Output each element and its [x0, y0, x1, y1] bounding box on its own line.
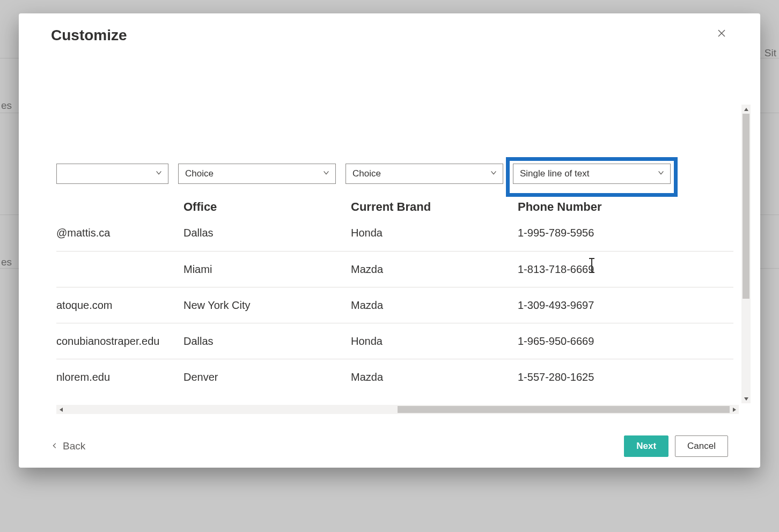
cell-phone: 1-995-789-5956: [518, 215, 668, 251]
close-button[interactable]: [715, 27, 728, 42]
table-header-brand: Current Brand: [351, 185, 503, 214]
cell-phone: 1-965-950-6669: [518, 323, 668, 359]
scroll-left-arrow-icon[interactable]: [56, 405, 65, 414]
bg-partial-text-left-2: es: [1, 256, 12, 268]
cell-brand: Mazda: [351, 252, 501, 287]
cell-phone: 1-557-280-1625: [518, 359, 668, 395]
cell-email: @mattis.ca: [56, 215, 174, 251]
column-type-select-2[interactable]: Choice: [178, 164, 336, 184]
bg-partial-text-right: Sit: [765, 47, 776, 59]
cell-email: nlorem.edu: [56, 359, 174, 395]
table-row: atoque.com New York City Mazda 1-309-493…: [56, 287, 733, 323]
modal-title: Customize: [51, 27, 127, 44]
cell-brand: Mazda: [351, 359, 501, 395]
svg-marker-4: [60, 408, 63, 412]
back-label: Back: [63, 440, 85, 452]
table-row: @mattis.ca Dallas Honda 1-995-789-5956: [56, 215, 733, 251]
table-header-email: [56, 185, 168, 200]
table-headers-row: Office Current Brand Phone Number: [19, 185, 760, 213]
modal-body: Choice Choice Single line of text: [19, 56, 760, 425]
cell-office: Miami: [183, 252, 334, 287]
customize-modal: Customize Choice: [19, 13, 760, 468]
column-type-select-1[interactable]: [56, 164, 168, 184]
table-header-phone: Phone Number: [518, 185, 670, 214]
scrollbar-thumb[interactable]: [743, 114, 749, 299]
select-value: Choice: [352, 168, 381, 179]
table-row: nlorem.edu Denver Mazda 1-557-280-1625: [56, 359, 733, 395]
cell-brand: Honda: [351, 323, 501, 359]
horizontal-scrollbar[interactable]: [56, 405, 739, 414]
column-type-select-3[interactable]: Choice: [346, 164, 503, 184]
chevron-down-icon: [657, 168, 665, 179]
select-value: Single line of text: [520, 168, 589, 179]
scroll-down-arrow-icon[interactable]: [741, 394, 751, 403]
modal-footer: Back Next Cancel: [19, 425, 760, 468]
select-value: Choice: [185, 168, 214, 179]
close-icon: [717, 29, 726, 40]
cell-phone: 1-813-718-6669: [518, 252, 668, 287]
cell-brand: Honda: [351, 215, 501, 251]
cell-email: conubianostraper.edu: [56, 323, 174, 359]
cell-brand: Mazda: [351, 287, 501, 323]
scrollbar-thumb[interactable]: [398, 406, 730, 413]
chevron-down-icon: [490, 168, 497, 179]
cell-office: Dallas: [183, 215, 334, 251]
table-row: Miami Mazda 1-813-718-6669: [56, 251, 733, 287]
column-type-selectors-row: Choice Choice Single line of text: [19, 164, 760, 185]
chevron-left-icon: [51, 440, 58, 452]
cell-email: atoque.com: [56, 287, 174, 323]
cancel-button[interactable]: Cancel: [675, 435, 728, 457]
cell-office: Denver: [183, 359, 334, 395]
table-row: conubianostraper.edu Dallas Honda 1-965-…: [56, 323, 733, 359]
chevron-down-icon: [155, 168, 163, 179]
vertical-scrollbar[interactable]: [741, 105, 751, 403]
table-header-office: Office: [183, 185, 336, 214]
data-table: @mattis.ca Dallas Honda 1-995-789-5956 M…: [56, 215, 733, 395]
svg-marker-3: [744, 397, 748, 401]
chevron-down-icon: [322, 168, 330, 179]
cell-phone: 1-309-493-9697: [518, 287, 668, 323]
footer-buttons: Next Cancel: [624, 435, 728, 457]
svg-marker-5: [733, 408, 736, 412]
scroll-right-arrow-icon[interactable]: [730, 405, 739, 414]
column-type-select-4[interactable]: Single line of text: [513, 164, 671, 184]
modal-header: Customize: [19, 13, 760, 56]
bg-partial-text-left-1: es: [1, 100, 12, 112]
cell-email: [56, 252, 174, 287]
back-button[interactable]: Back: [51, 440, 85, 452]
scroll-up-arrow-icon[interactable]: [741, 105, 751, 114]
next-button[interactable]: Next: [624, 435, 668, 457]
svg-marker-2: [744, 108, 748, 111]
cell-office: Dallas: [183, 323, 334, 359]
cell-office: New York City: [183, 287, 334, 323]
